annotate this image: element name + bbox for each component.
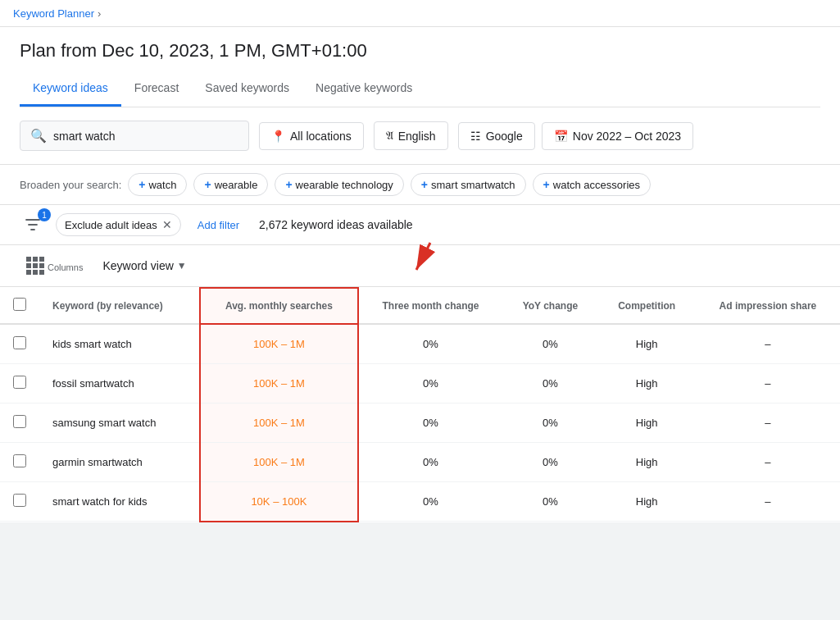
page-header: Plan from Dec 10, 2023, 1 PM, GMT+01:00 … — [0, 27, 840, 107]
broaden-chip-watch[interactable]: + watch — [128, 173, 187, 196]
three-month-cell: 0% — [358, 364, 502, 403]
competition-cell: High — [598, 364, 696, 403]
keyword-view-button[interactable]: Keyword view ▼ — [96, 256, 193, 276]
exclude-label: Exclude adult ideas — [65, 219, 157, 231]
plus-icon-watch-accessories: + — [543, 178, 550, 191]
three-month-cell: 0% — [358, 443, 502, 482]
ad-impression-cell: – — [696, 364, 840, 403]
filter-count-badge: 1 — [38, 208, 51, 221]
top-bar: Keyword Planner › — [0, 0, 840, 27]
col-header-yoy: YoY change — [502, 288, 597, 324]
remove-exclude-button[interactable]: ✕ — [162, 218, 172, 231]
breadcrumb-chevron: › — [98, 7, 101, 20]
keywords-table-area: Keyword (by relevance) Avg. monthly sear… — [0, 287, 840, 522]
keyword-cell: samsung smart watch — [39, 403, 200, 443]
plus-icon-wearable: + — [204, 178, 211, 191]
three-month-cell: 0% — [358, 324, 502, 364]
chip-label-smart-smartwatch: smart smartwatch — [431, 179, 515, 191]
competition-cell: High — [598, 443, 696, 482]
ideas-count: 2,672 keyword ideas available — [259, 218, 413, 231]
keyword-cell: fossil smartwatch — [39, 364, 200, 403]
filter-badge-container: 1 — [20, 213, 46, 236]
tab-forecast[interactable]: Forecast — [121, 71, 192, 107]
ad-impression-cell: – — [696, 482, 840, 522]
search-icon: 🔍 — [30, 128, 47, 144]
language-label: English — [398, 130, 436, 143]
yoy-cell: 0% — [502, 364, 597, 403]
svg-line-1 — [416, 243, 430, 270]
row-checkbox-cell — [0, 324, 39, 364]
search-box[interactable]: 🔍 smart watch — [20, 121, 249, 151]
select-all-checkbox[interactable] — [13, 298, 26, 311]
plus-icon-watch: + — [138, 178, 145, 191]
table-row: smart watch for kids 10K – 100K 0% 0% Hi… — [0, 482, 840, 522]
columns-button[interactable]: Columns — [20, 253, 89, 278]
col-header-competition: Competition — [598, 288, 696, 324]
row-checkbox[interactable] — [13, 336, 26, 349]
tab-saved-keywords[interactable]: Saved keywords — [192, 71, 302, 107]
date-label: Nov 2022 – Oct 2023 — [573, 130, 681, 143]
row-checkbox[interactable] — [13, 376, 26, 389]
avg-monthly-cell: 100K – 1M — [200, 364, 358, 403]
keyword-view-label: Keyword view — [102, 259, 173, 272]
plus-icon-smart-smartwatch: + — [421, 178, 428, 191]
three-month-cell: 0% — [358, 482, 502, 522]
add-filter-button[interactable]: Add filter — [191, 216, 246, 235]
calendar-icon: 📅 — [554, 130, 568, 143]
location-label: All locations — [290, 130, 352, 143]
pin-icon: 📍 — [271, 130, 285, 143]
col-header-ad-impression: Ad impression share — [696, 288, 840, 324]
yoy-cell: 0% — [502, 403, 597, 443]
competition-cell: High — [598, 403, 696, 443]
network-label: Google — [486, 130, 523, 143]
yoy-cell: 0% — [502, 443, 597, 482]
broaden-chip-watch-accessories[interactable]: + watch accessories — [533, 173, 651, 196]
row-checkbox[interactable] — [13, 494, 26, 507]
broaden-label: Broaden your search: — [20, 179, 121, 191]
competition-cell: High — [598, 482, 696, 522]
date-filter[interactable]: 📅 Nov 2022 – Oct 2023 — [542, 122, 693, 150]
language-icon: 𝔄 — [386, 129, 393, 143]
language-filter[interactable]: 𝔄 English — [374, 121, 448, 150]
table-row: samsung smart watch 100K – 1M 0% 0% High… — [0, 403, 840, 443]
col-header-checkbox — [0, 288, 39, 324]
row-checkbox-cell — [0, 482, 39, 522]
avg-monthly-cell: 100K – 1M — [200, 324, 358, 364]
chip-label-watch: watch — [148, 179, 176, 191]
broaden-chip-smart-smartwatch[interactable]: + smart smartwatch — [411, 173, 526, 196]
breadcrumb-link[interactable]: Keyword Planner — [13, 7, 94, 20]
location-filter[interactable]: 📍 All locations — [259, 122, 364, 150]
network-icon: ☷ — [470, 130, 481, 143]
competition-cell: High — [598, 324, 696, 364]
network-filter[interactable]: ☷ Google — [458, 122, 535, 150]
table-toolbar: Columns Keyword view ▼ — [0, 245, 840, 287]
broaden-chip-wearable[interactable]: + wearable — [193, 173, 268, 196]
grid-icon — [26, 257, 44, 275]
chip-label-wearable-technology: wearable technology — [296, 179, 393, 191]
tab-keyword-ideas[interactable]: Keyword ideas — [20, 71, 121, 107]
row-checkbox-cell — [0, 403, 39, 443]
keyword-cell: smart watch for kids — [39, 482, 200, 522]
avg-monthly-cell: 100K – 1M — [200, 403, 358, 443]
red-arrow-indicator — [402, 239, 443, 278]
keyword-cell: garmin smartwatch — [39, 443, 200, 482]
caret-down-icon: ▼ — [177, 260, 187, 271]
row-checkbox[interactable] — [13, 415, 26, 428]
plan-title: Plan from Dec 10, 2023, 1 PM, GMT+01:00 — [20, 40, 820, 71]
broaden-chip-wearable-technology[interactable]: + wearable technology — [275, 173, 403, 196]
yoy-cell: 0% — [502, 482, 597, 522]
yoy-cell: 0% — [502, 324, 597, 364]
ad-impression-cell: – — [696, 324, 840, 364]
chip-label-watch-accessories: watch accessories — [553, 179, 640, 191]
row-checkbox-cell — [0, 443, 39, 482]
avg-monthly-cell: 10K – 100K — [200, 482, 358, 522]
three-month-cell: 0% — [358, 403, 502, 443]
row-checkbox[interactable] — [13, 454, 26, 467]
table-row: garmin smartwatch 100K – 1M 0% 0% High – — [0, 443, 840, 482]
row-checkbox-cell — [0, 364, 39, 403]
col-header-avg-monthly: Avg. monthly searches — [200, 288, 358, 324]
tab-negative-keywords[interactable]: Negative keywords — [302, 71, 425, 107]
keyword-cell: kids smart watch — [39, 324, 200, 364]
table-row: fossil smartwatch 100K – 1M 0% 0% High – — [0, 364, 840, 403]
ad-impression-cell: – — [696, 403, 840, 443]
